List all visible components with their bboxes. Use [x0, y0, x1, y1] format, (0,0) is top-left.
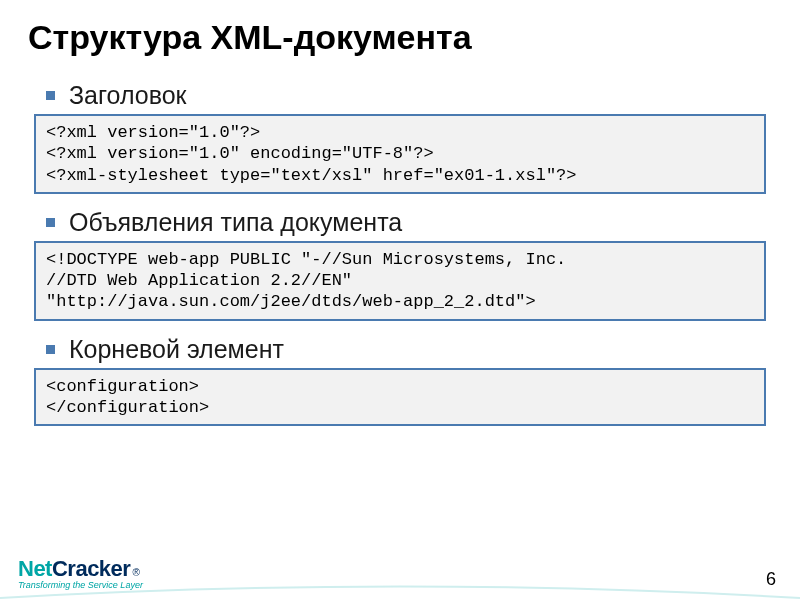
logo: NetCracker® Transforming the Service Lay…	[18, 556, 143, 590]
section-label: Заголовок	[69, 81, 187, 110]
code-box-header: <?xml version="1.0"?> <?xml version="1.0…	[34, 114, 766, 194]
bullet-icon	[46, 345, 55, 354]
logo-reg-mark: ®	[132, 567, 139, 578]
bullet-icon	[46, 218, 55, 227]
section-doctype: Объявления типа документа <!DOCTYPE web-…	[28, 208, 772, 321]
code-box-root: <configuration> </configuration>	[34, 368, 766, 427]
bullet-row: Корневой элемент	[46, 335, 772, 364]
logo-main: NetCracker®	[18, 556, 143, 582]
bullet-row: Заголовок	[46, 81, 772, 110]
logo-tagline: Transforming the Service Layer	[18, 580, 143, 590]
logo-net-text: Net	[18, 556, 52, 582]
slide: Структура XML-документа Заголовок <?xml …	[0, 0, 800, 600]
footer: NetCracker® Transforming the Service Lay…	[18, 556, 776, 590]
slide-title: Структура XML-документа	[28, 18, 772, 57]
logo-cracker-text: Cracker	[52, 556, 130, 582]
page-number: 6	[766, 569, 776, 590]
section-header: Заголовок <?xml version="1.0"?> <?xml ve…	[28, 81, 772, 194]
bullet-icon	[46, 91, 55, 100]
section-root: Корневой элемент <configuration> </confi…	[28, 335, 772, 427]
section-label: Корневой элемент	[69, 335, 284, 364]
code-box-doctype: <!DOCTYPE web-app PUBLIC "-//Sun Microsy…	[34, 241, 766, 321]
section-label: Объявления типа документа	[69, 208, 402, 237]
bullet-row: Объявления типа документа	[46, 208, 772, 237]
